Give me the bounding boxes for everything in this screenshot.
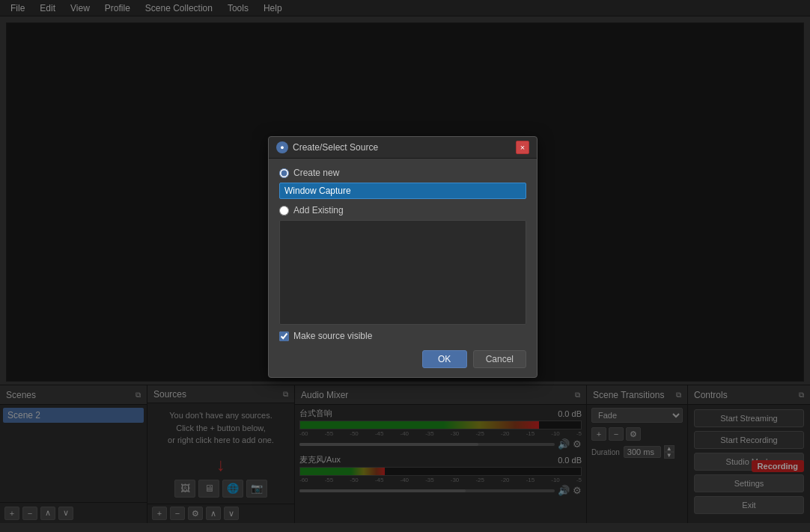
add-existing-option: Add Existing — [279, 205, 526, 215]
make-visible-checkbox[interactable] — [279, 331, 289, 341]
source-name-input[interactable] — [279, 183, 526, 199]
create-new-radio[interactable] — [279, 168, 289, 178]
create-new-label: Create new — [293, 168, 339, 178]
existing-sources-list[interactable] — [279, 220, 526, 325]
create-source-dialog: ● Create/Select Source × Create new Add … — [268, 136, 538, 378]
dialog-buttons: OK Cancel — [279, 350, 526, 368]
dialog-body: Create new Add Existing Make source visi… — [269, 159, 537, 377]
make-visible-label: Make source visible — [293, 331, 372, 341]
create-new-option: Create new — [279, 168, 526, 178]
add-existing-radio[interactable] — [279, 206, 289, 215]
dialog-title-bar: ● Create/Select Source × — [269, 137, 537, 159]
dialog-cancel-btn[interactable]: Cancel — [473, 350, 526, 368]
add-existing-label: Add Existing — [293, 205, 344, 215]
dialog-title: ● Create/Select Source — [276, 141, 378, 153]
dialog-close-btn[interactable]: × — [516, 141, 529, 154]
dialog-title-text: Create/Select Source — [293, 142, 378, 153]
obs-logo-icon: ● — [276, 141, 288, 153]
dialog-ok-btn[interactable]: OK — [422, 350, 467, 368]
dialog-overlay: ● Create/Select Source × Create new Add … — [0, 0, 810, 532]
make-visible-option: Make source visible — [279, 331, 526, 341]
